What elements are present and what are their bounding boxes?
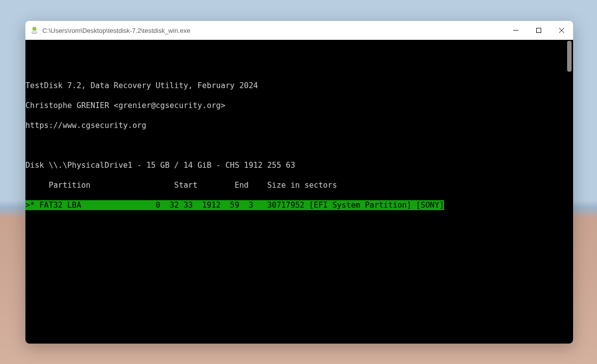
window-controls (504, 21, 573, 40)
window-title: C:\Users\rom\Desktop\testdisk-7.2\testdi… (42, 27, 504, 34)
partition-row-text: >* FAT32 LBA 0 32 33 1912 59 3 30717952 … (25, 200, 444, 210)
svg-point-0 (32, 27, 36, 31)
scrollbar-thumb[interactable] (567, 41, 572, 72)
app-window: C:\Users\rom\Desktop\testdisk-7.2\testdi… (25, 21, 573, 344)
term-col-header: Partition Start End Size in sectors (25, 180, 573, 190)
term-author-line: Christophe GRENIER <grenier@cgsecurity.o… (25, 101, 573, 111)
term-spacer (25, 220, 573, 344)
terminal-content: TestDisk 7.2, Data Recovery Utility, Feb… (25, 71, 573, 344)
term-url-line: https://www.cgsecurity.org (25, 121, 573, 130)
term-disk-line: Disk \\.\PhysicalDrive1 - 15 GB / 14 GiB… (25, 160, 573, 170)
term-header-line: TestDisk 7.2, Data Recovery Utility, Feb… (25, 81, 573, 91)
close-button[interactable] (550, 21, 573, 40)
app-icon (30, 26, 38, 34)
svg-point-2 (31, 30, 37, 33)
minimize-button[interactable] (504, 21, 527, 40)
svg-rect-4 (537, 28, 541, 33)
titlebar[interactable]: C:\Users\rom\Desktop\testdisk-7.2\testdi… (25, 21, 573, 40)
partition-row-selected[interactable]: >* FAT32 LBA 0 32 33 1912 59 3 30717952 … (25, 200, 573, 210)
terminal[interactable]: TestDisk 7.2, Data Recovery Utility, Feb… (25, 40, 573, 344)
term-blank (25, 140, 573, 150)
maximize-button[interactable] (527, 21, 550, 40)
